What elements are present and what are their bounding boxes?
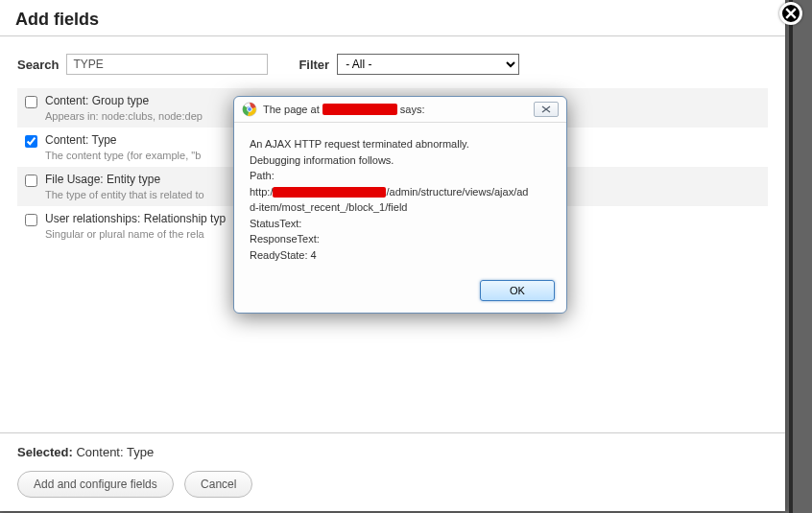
filter-label: Filter — [299, 58, 329, 72]
alert-message: An AJAX HTTP request terminated abnormal… — [234, 123, 566, 272]
field-checkbox[interactable] — [25, 96, 37, 108]
field-checkbox[interactable] — [25, 175, 37, 187]
field-name: Content: Group type — [45, 94, 149, 107]
dialog-title: Add fields — [0, 0, 785, 36]
cancel-button[interactable]: Cancel — [184, 471, 252, 498]
chrome-icon — [242, 102, 257, 117]
field-checkbox[interactable] — [25, 135, 37, 148]
alert-title: The page at says: — [263, 104, 534, 115]
search-label: Search — [17, 58, 59, 72]
js-alert-dialog: The page at says: An AJAX HTTP request t… — [233, 96, 567, 314]
redacted-text — [273, 187, 386, 198]
field-name: Content: Type — [45, 133, 117, 147]
filter-select[interactable]: - All - — [337, 54, 519, 75]
alert-close-button[interactable] — [534, 102, 559, 117]
search-input[interactable] — [66, 54, 268, 75]
close-icon[interactable] — [779, 2, 802, 25]
redacted-text — [322, 104, 397, 115]
field-checkbox[interactable] — [25, 214, 37, 226]
svg-point-2 — [248, 107, 252, 112]
selected-summary: Selected: Content: Type — [17, 445, 768, 459]
field-name: File Usage: Entity type — [45, 173, 160, 186]
add-configure-button[interactable]: Add and configure fields — [17, 471, 174, 498]
alert-ok-button[interactable]: OK — [480, 280, 555, 301]
field-name: User relationships: Relationship typ — [45, 212, 226, 225]
